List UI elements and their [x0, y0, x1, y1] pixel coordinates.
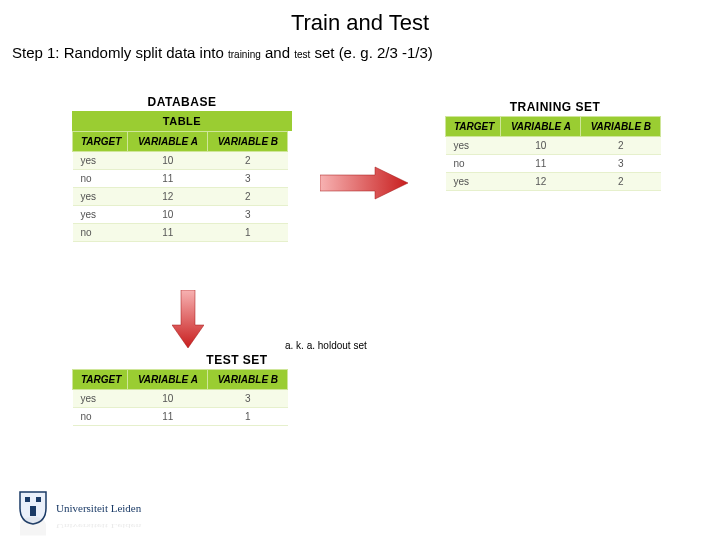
university-name: Universiteit Leiden: [56, 502, 141, 514]
training-table: TARGET VARIABLE A VARIABLE B yes102 no11…: [445, 116, 661, 191]
table-header-row: TARGET VARIABLE A VARIABLE B: [73, 132, 288, 152]
table-row: no113: [73, 170, 288, 188]
table-row: no111: [73, 224, 288, 242]
step-prefix: Step 1: Randomly split data into: [12, 44, 228, 61]
col-var-b: VARIABLE B: [208, 370, 288, 390]
database-table: TARGET VARIABLE A VARIABLE B yes102 no11…: [72, 131, 288, 242]
database-label: DATABASE: [72, 95, 292, 109]
col-var-b: VARIABLE B: [208, 132, 288, 152]
table-row: no113: [446, 155, 661, 173]
arrow-right-icon: [320, 165, 410, 201]
logo-reflection: Universiteit Leiden: [18, 515, 141, 537]
table-caption: TABLE: [72, 111, 292, 131]
training-block: TRAINING SET TARGET VARIABLE A VARIABLE …: [445, 100, 665, 191]
aka-label: a. k. a. holdout set: [285, 340, 367, 351]
table-row: yes102: [446, 137, 661, 155]
test-block: TEST SET TARGET VARIABLE A VARIABLE B ye…: [72, 353, 292, 426]
col-var-b: VARIABLE B: [581, 117, 661, 137]
step-and: and: [261, 44, 294, 61]
table-row: yes103: [73, 206, 288, 224]
table-row: yes102: [73, 152, 288, 170]
database-block: DATABASE TABLE TARGET VARIABLE A VARIABL…: [72, 95, 292, 242]
col-var-a: VARIABLE A: [128, 132, 208, 152]
slide-title: Train and Test: [0, 10, 720, 36]
svg-rect-3: [36, 497, 41, 502]
step-text: Step 1: Randomly split data into trainin…: [12, 44, 720, 61]
step-test-word: test: [294, 49, 310, 60]
test-table: TARGET VARIABLE A VARIABLE B yes103 no11…: [72, 369, 288, 426]
step-suffix: set (e. g. 2/3 -1/3): [310, 44, 433, 61]
table-header-row: TARGET VARIABLE A VARIABLE B: [73, 370, 288, 390]
table-row: yes103: [73, 390, 288, 408]
table-row: no111: [73, 408, 288, 426]
svg-marker-1: [172, 290, 204, 348]
arrow-down-icon: [172, 290, 204, 350]
col-target: TARGET: [446, 117, 501, 137]
table-header-row: TARGET VARIABLE A VARIABLE B: [446, 117, 661, 137]
col-target: TARGET: [73, 370, 128, 390]
col-var-a: VARIABLE A: [128, 370, 208, 390]
col-target: TARGET: [73, 132, 128, 152]
test-label: TEST SET: [182, 353, 292, 367]
step-training-word: training: [228, 49, 261, 60]
svg-rect-2: [25, 497, 30, 502]
svg-marker-0: [320, 167, 408, 199]
training-label: TRAINING SET: [445, 100, 665, 114]
table-row: yes122: [73, 188, 288, 206]
table-row: yes122: [446, 173, 661, 191]
col-var-a: VARIABLE A: [501, 117, 581, 137]
